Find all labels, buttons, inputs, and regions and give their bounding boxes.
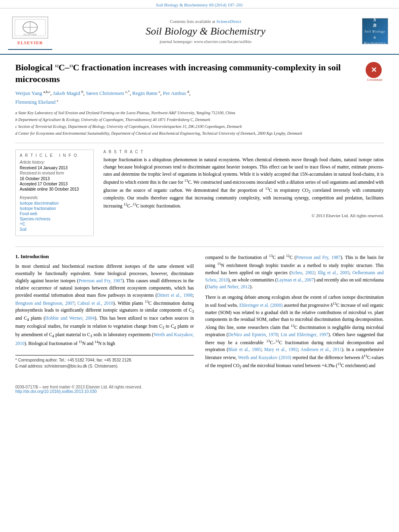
footnote-corresponding: * Corresponding author. Tel.: +45 5182 7… xyxy=(15,358,194,362)
doi-link[interactable]: http://dx.doi.org/10.1016/j.soilbio.2013… xyxy=(15,389,97,394)
ref-mary[interactable]: Mary et al., 1992 xyxy=(264,347,298,352)
author-ronn: Regin Rønn xyxy=(132,90,157,97)
ref-darby[interactable]: Darby and Neher, 2012 xyxy=(207,284,250,289)
svg-text:ELSEVIER: ELSEVIER xyxy=(23,33,37,36)
ref-hobbie[interactable]: Hobbie and Werner, 2004 xyxy=(45,316,95,320)
ref-deniro[interactable]: DeNiro and Epstein, 1978 xyxy=(228,332,278,337)
affiliation-d: d Center for Ecosystems and Environmenta… xyxy=(15,130,384,136)
author-yang: Weijun Yang xyxy=(15,90,42,97)
bottom-bar: 0038-0717/$ – see front matter © 2013 El… xyxy=(0,385,399,398)
ref-lin[interactable]: Lin and Ehleringer, 1997 xyxy=(281,332,329,337)
article-title: Biological 12C–13C fractionation increas… xyxy=(15,62,353,85)
article-info-label: A R T I C L E I N F O xyxy=(20,153,89,158)
history-label: Article history: xyxy=(20,160,89,164)
doi-line: http://dx.doi.org/10.1016/j.soilbio.2013… xyxy=(15,389,384,394)
abstract-column: A B S T R A C T Isotope fractionation is… xyxy=(103,150,384,240)
crossmark-badge: ✕ CrossMark xyxy=(366,62,384,80)
accepted-date: Accepted 17 October 2013 xyxy=(20,182,89,186)
keyword-4: Species-richness xyxy=(20,217,89,221)
revised-label: Received in revised form xyxy=(20,171,89,175)
authors-line: Weijun Yang a,b,c, Jakob Magid b, Søren … xyxy=(15,89,384,107)
ref-bengtson[interactable]: Bengtson and Bengtsson, 2007 xyxy=(15,300,74,305)
article-info-box: A R T I C L E I N F O Article history: R… xyxy=(15,150,94,236)
affiliations: a State Key Laboratory of Soil Erosion a… xyxy=(15,110,384,136)
ref-scheu[interactable]: Scheu, 2002 xyxy=(291,270,315,275)
ref-dittert[interactable]: Dittert et al., 1998 xyxy=(157,293,192,298)
received-date: Received 14 January 2013 xyxy=(20,166,89,170)
abstract-label: A B S T R A C T xyxy=(103,150,384,154)
revised-date: 16 October 2013 xyxy=(20,177,89,181)
sb-logo: SBSoil Biology& Biochemistry xyxy=(362,18,388,44)
intro-text-left: In most chemical and biochemical reactio… xyxy=(15,263,194,347)
article-title-section: Biological 12C–13C fractionation increas… xyxy=(15,62,384,85)
ref-illig[interactable]: Illig et al., 2005 xyxy=(318,270,349,275)
detected-and-text: and xyxy=(369,363,376,368)
body-right-column: compared to the fractionation of 13C and… xyxy=(205,253,384,373)
info-abstract-columns: A R T I C L E I N F O Article history: R… xyxy=(15,150,384,240)
intro-text-right-2: There is an ongoing debate among ecologi… xyxy=(205,294,384,370)
ref-peterson-fry-1[interactable]: Peterson and Fry, 1987 xyxy=(78,278,122,283)
affiliation-a: a State Key Laboratory of Soil Erosion a… xyxy=(15,110,384,116)
intro-heading: 1. Introduction xyxy=(15,253,194,260)
keyword-3: Food web xyxy=(20,212,89,216)
ref-peterson-fry-2[interactable]: Peterson and Fry, 1987 xyxy=(296,255,341,260)
online-date: Available online 30 October 2013 xyxy=(20,187,89,191)
copyright-notice: © 2013 Elsevier Ltd. All rights reserved… xyxy=(103,213,384,218)
contents-available: Contents lists available at ScienceDirec… xyxy=(52,19,359,24)
ref-blair[interactable]: Blair et al., 1985 xyxy=(228,347,261,352)
keyword-6: Soil xyxy=(20,227,89,232)
ref-layman[interactable]: Layman et al., 2007 xyxy=(277,277,314,282)
body-divider xyxy=(15,246,384,247)
copyright-line: 0038-0717/$ – see front matter © 2013 El… xyxy=(15,385,384,389)
article-content: Biological 12C–13C fractionation increas… xyxy=(0,55,399,381)
ref-ehleringer[interactable]: Ehleringer et al. (2000) xyxy=(239,303,283,308)
journal-header: ELSEVIER ELSEVIER Contents lists availab… xyxy=(0,8,399,55)
ref-werth-kuzyakov-2[interactable]: Werth and Kuzyakov (2010) xyxy=(238,355,292,360)
body-left-column: 1. Introduction In most chemical and bio… xyxy=(15,253,194,373)
abstract-text: Isotope fractionation is a ubiquitous ph… xyxy=(103,156,384,210)
author-christensen: Søren Christensen xyxy=(86,90,124,97)
journal-ref: Soil Biology & Biochemistry 69 (2014) 19… xyxy=(156,2,243,7)
journal-logo-right: SBSoil Biology& Biochemistry xyxy=(359,18,391,44)
affiliation-b: b Department of Agriculture & Ecology, U… xyxy=(15,117,384,123)
header-divider xyxy=(15,143,384,143)
author-ambus: Per Ambus xyxy=(163,90,186,97)
body-columns: 1. Introduction In most chemical and bio… xyxy=(15,253,384,373)
journal-title: Soil Biology & Biochemistry xyxy=(52,25,359,37)
sciencedirect-link[interactable]: ScienceDirect xyxy=(216,19,241,24)
ref-cabral[interactable]: Cabral et al., 2010 xyxy=(78,300,113,305)
keyword-5: ¹³C xyxy=(20,222,89,226)
affiliation-c: c Section of Terrestrial Ecology, Depart… xyxy=(15,123,384,129)
ref-andresen[interactable]: Andresen et al., 2011 xyxy=(300,347,341,352)
intro-text-right-1: compared to the fractionation of 13C and… xyxy=(205,253,384,291)
elsevier-logo-area: ELSEVIER ELSEVIER xyxy=(8,12,52,50)
top-bar: Soil Biology & Biochemistry 69 (2014) 19… xyxy=(0,0,399,8)
keywords-section: Keywords: Isotope discrimination Isotope… xyxy=(20,195,89,232)
author-magid: Jakob Magid xyxy=(53,90,80,97)
keyword-1: Isotope discrimination xyxy=(20,201,89,205)
footnotes: * Corresponding author. Tel.: +45 5182 7… xyxy=(15,355,194,368)
article-info-column: A R T I C L E I N F O Article history: R… xyxy=(15,150,94,240)
crossmark-icon: ✕ xyxy=(366,62,382,78)
keyword-2: Isotope fractionation xyxy=(20,206,89,211)
journal-center: Contents lists available at ScienceDirec… xyxy=(52,19,359,44)
journal-homepage: journal homepage: www.elsevier.com/locat… xyxy=(52,39,359,44)
footnote-email: E-mail address: schristensen@bio.ku.dk (… xyxy=(15,364,194,368)
author-ekelund: Flemming Ekelund xyxy=(15,99,56,105)
keywords-label: Keywords: xyxy=(20,195,89,200)
elsevier-logo-image: ELSEVIER xyxy=(12,16,48,39)
elsevier-brand-text: ELSEVIER xyxy=(17,40,43,45)
ref-werth-kuzyakov-1[interactable]: Werth and Kuzyakov, 2010 xyxy=(15,332,194,346)
